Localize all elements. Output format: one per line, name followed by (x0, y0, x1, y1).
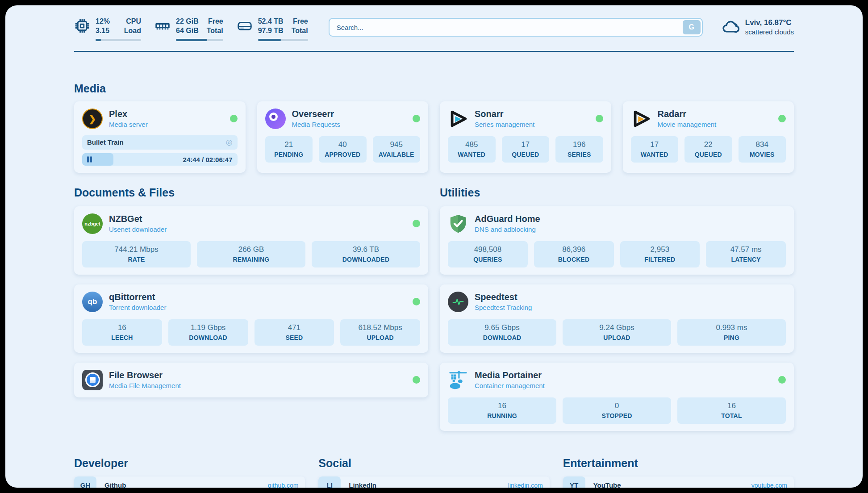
section-title-utilities: Utilities (440, 186, 794, 199)
app-title: AdGuard Home (475, 214, 540, 224)
stat-chip: 21 PENDING (265, 136, 313, 163)
qbittorrent-icon: qb (82, 292, 103, 312)
app-title: Overseerr (292, 109, 340, 119)
status-dot (413, 376, 420, 384)
section-title-entertainment: Entertainment (563, 457, 794, 470)
stat-chip: 834 MOVIES (739, 136, 786, 163)
speedtest-icon (448, 292, 468, 312)
sonarr-icon (448, 109, 468, 129)
app-card-nzbget[interactable]: nzbget NZBGet Usenet downloader 744.21 M… (74, 206, 428, 275)
status-dot (230, 115, 238, 122)
media-grid: ❯ Plex Media server Bullet Train ◎ 24:44… (74, 101, 794, 173)
app-title: Radarr (658, 109, 717, 119)
app-card-plex[interactable]: ❯ Plex Media server Bullet Train ◎ 24:44… (74, 101, 246, 173)
links-social: Social LI LinkedIn linkedin.com TW Twitt… (318, 457, 549, 488)
stat-chip: 744.21 Mbps RATE (82, 241, 191, 267)
link-name: LinkedIn (341, 481, 376, 488)
stat-chip: 47.57 ms LATENCY (706, 241, 786, 267)
stat-chip: 40 APPROVED (319, 136, 367, 163)
stat-chip: 86,396 BLOCKED (534, 241, 614, 267)
links-entertainment: Entertainment YT YouTube youtube.com NF … (563, 457, 794, 488)
app-card-qbittorrent[interactable]: qb qBittorrent Torrent downloader 16 LEE… (74, 284, 428, 353)
stat-chip: 485 WANTED (448, 136, 496, 163)
cpu-values: 12% 3.15 (96, 17, 110, 36)
stat-chip: 1.19 Gbps DOWNLOAD (168, 319, 248, 346)
disk-stat: 52.4 TB 97.9 TB Free Total (237, 17, 308, 41)
app-card-filebrowser[interactable]: File Browser Media File Management (74, 363, 428, 397)
stat-chip: 17 WANTED (631, 136, 679, 163)
stat-chip: 618.52 Mbps UPLOAD (340, 319, 420, 346)
cpu-stat: 12% 3.15 CPU Load (74, 17, 141, 41)
app-title: Speedtest (475, 292, 532, 302)
utilities-column: Utilities AdGuard Home DNS and adblockin… (440, 186, 794, 431)
links-developer: Developer GH Github github.com SO StackO… (74, 457, 305, 488)
app-card-adguard[interactable]: AdGuard Home DNS and adblocking 498,508 … (440, 206, 794, 275)
link-domain: github.com (268, 482, 305, 488)
weather-location: Lviv, 16.87°C (745, 18, 794, 28)
section-title-social: Social (318, 457, 549, 470)
portainer-icon (448, 370, 468, 390)
memory-progressbar (176, 39, 223, 41)
app-description: Series management (475, 121, 534, 128)
link-badge: LI (318, 476, 341, 488)
search-engine-button[interactable]: G (683, 20, 701, 34)
cpu-icon (74, 18, 90, 34)
app-description: Media Requests (292, 121, 340, 128)
header: 12% 3.15 CPU Load (74, 5, 794, 41)
link-name: YouTube (585, 481, 621, 488)
app-card-radarr[interactable]: Radarr Movie management 17 WANTED 22 QUE… (623, 101, 794, 173)
stat-chip: 16 LEECH (82, 319, 162, 346)
session-target-icon: ◎ (226, 138, 233, 146)
stat-chip: 22 QUEUED (684, 136, 732, 163)
stat-chip: 9.24 Gbps UPLOAD (563, 319, 671, 346)
stat-chip: 0.993 ms PING (677, 319, 786, 346)
adguard-icon (448, 213, 468, 234)
cloud-icon (722, 18, 739, 36)
app-title: File Browser (109, 370, 181, 380)
link-youtube[interactable]: YT YouTube youtube.com (563, 476, 794, 488)
app-description: Speedtest Tracking (475, 304, 532, 311)
link-domain: linkedin.com (508, 482, 550, 488)
app-title: qBittorrent (109, 292, 166, 302)
app-description: Container management (475, 382, 545, 389)
stat-chip: 498,508 QUERIES (448, 241, 528, 267)
disk-progressbar (258, 39, 308, 41)
stat-chip: 945 AVAILABLE (373, 136, 421, 163)
app-description: Movie management (658, 121, 717, 128)
now-playing-title: Bullet Train (87, 138, 124, 146)
search-input[interactable] (329, 18, 703, 37)
app-title: Media Portainer (475, 370, 545, 380)
dashboard-app: 12% 3.15 CPU Load (5, 5, 863, 488)
status-dot (778, 115, 786, 122)
app-card-overseerr[interactable]: Overseerr Media Requests 21 PENDING 40 A… (257, 101, 429, 173)
section-title-developer: Developer (74, 457, 305, 470)
filebrowser-icon (82, 370, 103, 390)
section-title-documents: Documents & Files (74, 186, 428, 199)
disk-labels: Free Total (292, 17, 308, 36)
playback-progressbar: 24:44 / 02:06:47 (82, 153, 238, 166)
status-dot (596, 115, 603, 122)
stat-chip: 17 QUEUED (502, 136, 550, 163)
stat-chip: 39.6 TB DOWNLOADED (312, 241, 420, 267)
link-linkedin[interactable]: LI LinkedIn linkedin.com (318, 476, 549, 488)
app-card-speedtest[interactable]: Speedtest Speedtest Tracking 9.65 Gbps D… (440, 284, 794, 353)
weather-condition: scattered clouds (745, 28, 794, 36)
radarr-icon (631, 109, 651, 129)
app-card-sonarr[interactable]: Sonarr Series management 485 WANTED 17 Q… (440, 101, 611, 173)
stat-chip: 9.65 Gbps DOWNLOAD (448, 319, 556, 346)
weather-widget: Lviv, 16.87°C scattered clouds (722, 18, 794, 36)
link-github[interactable]: GH Github github.com (74, 476, 305, 488)
pause-icon (87, 156, 92, 162)
stat-chip: 2,953 FILTERED (620, 241, 700, 267)
plex-icon: ❯ (82, 109, 103, 129)
now-playing-bar: Bullet Train ◎ (82, 135, 238, 150)
app-description: Media File Management (109, 382, 181, 389)
disk-values: 52.4 TB 97.9 TB (258, 17, 284, 36)
app-description: DNS and adblocking (475, 226, 540, 233)
link-name: Github (96, 481, 126, 488)
disk-icon (237, 18, 253, 34)
link-badge: YT (563, 476, 585, 488)
cpu-progressbar (96, 39, 141, 41)
nzbget-icon: nzbget (82, 213, 103, 234)
app-card-portainer[interactable]: Media Portainer Container management 16 … (440, 363, 794, 431)
